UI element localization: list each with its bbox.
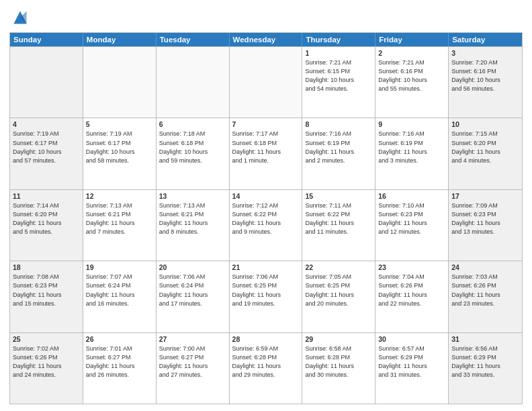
cell-line: Sunset: 6:23 PM	[451, 210, 519, 218]
cell-line: Sunrise: 7:18 AM	[159, 130, 226, 138]
cell-line: Sunset: 6:27 PM	[159, 353, 226, 361]
cell-line: Daylight: 10 hours	[13, 148, 80, 156]
cell-line: Daylight: 11 hours	[378, 362, 445, 370]
cell-line: Sunset: 6:29 PM	[451, 353, 519, 361]
cell-line: Sunset: 6:17 PM	[86, 139, 153, 147]
calendar-cell-day-4: 4Sunrise: 7:19 AMSunset: 6:17 PMDaylight…	[10, 118, 83, 189]
cell-line: Daylight: 11 hours	[232, 219, 300, 227]
cell-line: and 11 minutes.	[305, 228, 372, 236]
cell-line: and 3 minutes.	[378, 156, 445, 165]
calendar-cell-day-5: 5Sunrise: 7:19 AMSunset: 6:17 PMDaylight…	[83, 118, 157, 189]
day-number: 9	[378, 120, 445, 128]
calendar-header-monday: Monday	[83, 33, 157, 46]
calendar-cell-day-29: 29Sunrise: 6:58 AMSunset: 6:28 PMDayligh…	[302, 333, 375, 404]
calendar-cell-day-23: 23Sunrise: 7:04 AMSunset: 6:26 PMDayligh…	[375, 261, 449, 332]
cell-line: Daylight: 11 hours	[86, 291, 153, 299]
cell-line: Sunset: 6:23 PM	[378, 210, 445, 218]
cell-line: Sunrise: 7:01 AM	[86, 345, 153, 353]
calendar-week-4: 25Sunrise: 7:02 AMSunset: 6:26 PMDayligh…	[10, 332, 522, 404]
cell-line: Sunrise: 7:21 AM	[378, 58, 445, 66]
calendar-header-saturday: Saturday	[449, 33, 522, 46]
calendar-cell-empty	[10, 47, 83, 118]
cell-line: Sunset: 6:18 PM	[232, 139, 300, 147]
cell-line: and 24 minutes.	[13, 371, 80, 379]
day-number: 12	[86, 192, 153, 200]
day-number: 21	[232, 263, 300, 271]
calendar-body: 1Sunrise: 7:21 AMSunset: 6:15 PMDaylight…	[10, 46, 522, 404]
day-number: 11	[13, 192, 80, 200]
cell-line: Sunset: 6:17 PM	[13, 139, 80, 147]
day-number: 3	[451, 49, 519, 57]
day-number: 14	[232, 192, 300, 200]
calendar-cell-day-14: 14Sunrise: 7:12 AMSunset: 6:22 PMDayligh…	[230, 190, 303, 261]
day-number: 29	[305, 335, 372, 343]
calendar-cell-day-21: 21Sunrise: 7:06 AMSunset: 6:25 PMDayligh…	[230, 261, 303, 332]
cell-line: Sunrise: 7:03 AM	[451, 273, 519, 281]
calendar-cell-day-28: 28Sunrise: 6:59 AMSunset: 6:28 PMDayligh…	[230, 333, 303, 404]
cell-line: Sunset: 6:20 PM	[13, 210, 80, 218]
cell-line: Sunrise: 7:19 AM	[86, 130, 153, 138]
cell-line: Sunrise: 7:16 AM	[378, 130, 445, 138]
cell-line: Sunset: 6:15 PM	[305, 67, 372, 75]
cell-line: and 26 minutes.	[86, 371, 153, 379]
calendar-cell-day-31: 31Sunrise: 6:56 AMSunset: 6:29 PMDayligh…	[449, 333, 522, 404]
cell-line: and 9 minutes.	[232, 228, 300, 236]
cell-line: Daylight: 11 hours	[451, 148, 519, 156]
cell-line: Daylight: 11 hours	[86, 362, 153, 370]
calendar-cell-day-13: 13Sunrise: 7:13 AMSunset: 6:21 PMDayligh…	[157, 190, 230, 261]
cell-line: Sunset: 6:20 PM	[451, 139, 519, 147]
day-number: 15	[305, 192, 372, 200]
cell-line: and 31 minutes.	[378, 371, 445, 379]
calendar-cell-day-24: 24Sunrise: 7:03 AMSunset: 6:26 PMDayligh…	[449, 261, 522, 332]
cell-line: Sunrise: 7:20 AM	[451, 58, 519, 66]
cell-line: and 16 minutes.	[86, 300, 153, 308]
calendar-cell-day-15: 15Sunrise: 7:11 AMSunset: 6:22 PMDayligh…	[302, 190, 375, 261]
day-number: 31	[451, 335, 519, 343]
cell-line: Sunset: 6:16 PM	[378, 67, 445, 75]
cell-line: Sunrise: 6:57 AM	[378, 345, 445, 353]
cell-line: Sunset: 6:19 PM	[378, 139, 445, 147]
cell-line: and 57 minutes.	[13, 156, 80, 165]
cell-line: Sunrise: 7:17 AM	[232, 130, 300, 138]
cell-line: Sunset: 6:22 PM	[305, 210, 372, 218]
calendar-week-3: 18Sunrise: 7:08 AMSunset: 6:23 PMDayligh…	[10, 261, 522, 332]
cell-line: Daylight: 11 hours	[232, 148, 300, 156]
cell-line: Sunset: 6:22 PM	[232, 210, 300, 218]
day-number: 7	[232, 120, 300, 128]
cell-line: Daylight: 10 hours	[305, 76, 372, 84]
calendar-cell-day-11: 11Sunrise: 7:14 AMSunset: 6:20 PMDayligh…	[10, 190, 83, 261]
calendar: SundayMondayTuesdayWednesdayThursdayFrid…	[9, 32, 523, 404]
cell-line: Sunrise: 6:59 AM	[232, 345, 300, 353]
logo-icon	[9, 7, 31, 28]
day-number: 22	[305, 263, 372, 271]
calendar-header-wednesday: Wednesday	[230, 33, 303, 46]
cell-line: Sunrise: 7:00 AM	[159, 345, 226, 353]
calendar-week-0: 1Sunrise: 7:21 AMSunset: 6:15 PMDaylight…	[10, 46, 522, 118]
cell-line: Sunrise: 7:08 AM	[13, 273, 80, 281]
cell-line: and 58 minutes.	[86, 156, 153, 165]
calendar-header: SundayMondayTuesdayWednesdayThursdayFrid…	[10, 33, 522, 46]
logo	[9, 7, 34, 28]
cell-line: Daylight: 11 hours	[13, 219, 80, 227]
day-number: 6	[159, 120, 226, 128]
cell-line: Daylight: 11 hours	[451, 291, 519, 299]
day-number: 24	[451, 263, 519, 271]
cell-line: Sunrise: 7:09 AM	[451, 201, 519, 210]
cell-line: Sunset: 6:24 PM	[86, 281, 153, 289]
day-number: 8	[305, 120, 372, 128]
cell-line: Sunrise: 7:15 AM	[451, 130, 519, 138]
calendar-cell-day-27: 27Sunrise: 7:00 AMSunset: 6:27 PMDayligh…	[157, 333, 230, 404]
cell-line: Sunrise: 7:05 AM	[305, 273, 372, 281]
cell-line: Sunset: 6:25 PM	[232, 281, 300, 289]
cell-line: Sunset: 6:28 PM	[232, 353, 300, 361]
calendar-week-1: 4Sunrise: 7:19 AMSunset: 6:17 PMDaylight…	[10, 118, 522, 189]
calendar-header-sunday: Sunday	[10, 33, 83, 46]
cell-line: Sunset: 6:27 PM	[86, 353, 153, 361]
cell-line: and 54 minutes.	[305, 85, 372, 93]
cell-line: and 55 minutes.	[378, 85, 445, 93]
cell-line: Sunrise: 7:14 AM	[13, 201, 80, 210]
cell-line: and 4 minutes.	[451, 156, 519, 165]
day-number: 23	[378, 263, 445, 271]
cell-line: Sunrise: 7:16 AM	[305, 130, 372, 138]
calendar-cell-day-18: 18Sunrise: 7:08 AMSunset: 6:23 PMDayligh…	[10, 261, 83, 332]
